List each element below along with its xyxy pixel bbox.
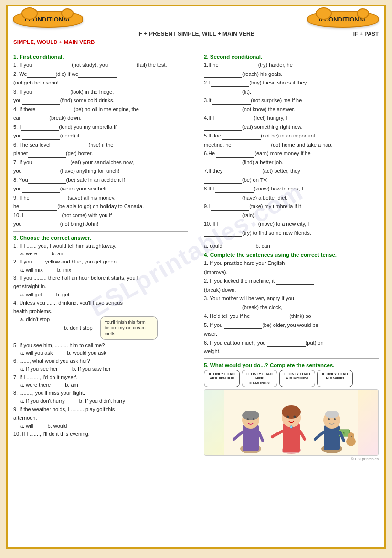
svg-rect-2 <box>243 425 259 451</box>
s1-item-9: 9. If he(save) all his money, <box>13 194 188 202</box>
svg-point-14 <box>294 416 296 418</box>
s1-item-8b: you(wear) your seatbelt. <box>13 185 188 193</box>
s2-item-1b: (reach) his goals. <box>204 70 379 78</box>
s1-item-10b: you(not bring) John! <box>13 220 188 228</box>
option-6a: a. If you see her <box>20 366 58 372</box>
subtitle-right: IF + PAST <box>287 31 379 37</box>
s1-item-1: 1. If you (not study), you(fail) the tes… <box>13 61 188 69</box>
speech-bubble: You'll finish this form before my ice cr… <box>100 316 158 340</box>
s2-item-5b: meeting, he (go) home and take a nap. <box>204 141 379 149</box>
option-7a: a. were there <box>20 382 51 388</box>
s2-item-9b: (rain). <box>204 211 379 220</box>
svg-point-21 <box>325 411 339 418</box>
svg-point-32 <box>350 436 350 437</box>
svg-point-12 <box>282 405 301 419</box>
svg-point-23 <box>334 418 336 420</box>
option-4a: a. didn't stop <box>20 316 50 340</box>
s1-item-6: 6. The sea level(rise) if the <box>13 141 188 149</box>
section5-title: 5. What would you do...? Complete the se… <box>204 362 379 368</box>
s3-options-1: a. were b. am <box>20 251 188 256</box>
s2-item-8: 8.If I (know) how to cook, I <box>204 185 379 193</box>
option-1b: b. am <box>52 251 65 256</box>
worksheet-page: ESLprintables.com I CONDITIONAL II CONDI… <box>6 5 386 549</box>
header-row: I CONDITIONAL II CONDITIONAL <box>13 11 379 28</box>
s1-item-3b: you(find) some cold drinks. <box>13 96 188 105</box>
option-1a: a. were <box>20 251 37 256</box>
s3-item-3: 3. If you ......... there half an hour b… <box>13 274 188 282</box>
s3-item-9: 9. If the weather holds, I ......... pla… <box>13 405 188 413</box>
option-2a: a. will mix <box>20 267 43 273</box>
option-8a: a. If you don't hurry <box>20 398 65 404</box>
s1-item-2: 2. We(die) if we <box>13 70 188 78</box>
s4-item-6: 6. If you eat too much, you (put) on <box>204 339 379 347</box>
s1-item-5: 5. I(lend) you my umbrella if <box>13 123 188 131</box>
s3-item-3b: get straight in. <box>13 283 188 291</box>
s4-item-2b: (break) down. <box>204 286 379 294</box>
s3-item-7: 7. If I ........., I'd do it myself. <box>13 373 188 381</box>
s1-item-6b: planet(get) hotter. <box>13 149 188 158</box>
option-8b: b. If you didn't hurry <box>79 398 125 404</box>
s1-item-10: 10. I(not come) with you if <box>13 211 188 220</box>
section3-title: 3. Choose the correct answer. <box>13 235 188 241</box>
svg-point-13 <box>287 416 289 418</box>
modal-option-a: a. could <box>204 243 222 249</box>
svg-rect-19 <box>324 425 340 450</box>
s1-item-9b: he(be able to go) on holiday to Canada. <box>13 202 188 211</box>
s2-item-8b: (have) a better diet. <box>204 194 379 202</box>
s3-item-6: 6. ......., what would you ask her? <box>13 357 188 365</box>
option-9a: a. will <box>20 423 33 429</box>
s4-item-2: 2. If you kicked the machine, it <box>204 277 379 285</box>
bubble-2: IF ONLY I HAD HER DIAMONDS! <box>242 370 277 388</box>
s3-item-9b: afternoon. <box>13 414 188 422</box>
s4-item-5b: wiser. <box>204 330 379 338</box>
s1-item-7b: you(have) anything for lunch! <box>13 167 188 175</box>
s2-item-2: 2.I (buy) these shoes if they <box>204 79 379 87</box>
svg-point-31 <box>352 433 354 436</box>
s3-item-5: 5. If you see him, ......... him to call… <box>13 341 188 349</box>
s2-item-9: 9.I (take) my umbrella if it <box>204 202 379 211</box>
s2-item-6b: (find) a better job. <box>204 158 379 167</box>
cartoon-illustration: $ <box>204 389 379 456</box>
option-3a: a. will get <box>20 292 42 297</box>
section1-title: 1. First conditional. <box>13 54 188 60</box>
cartoon-area: IF ONLY I HAD HER FIGURE! IF ONLY I HAD … <box>204 370 379 458</box>
svg-point-6 <box>253 418 254 420</box>
s4-item-4: 4. He'd tell you if he (think) so <box>204 312 379 320</box>
section4-title: 4. Complete the sentences using the corr… <box>204 252 379 258</box>
s2-item-5: 5.If Joe (not be) in an important <box>204 132 379 140</box>
option-5a: a. will you ask <box>20 350 53 356</box>
subtitle-center: IF + PRESENT SIMPLE, WILL + MAIN VERB <box>105 31 287 37</box>
subtitle-left: SIMPLE, WOULD + MAIN VERB <box>13 39 379 45</box>
s2-item-4b: (eat) something right now. <box>204 123 379 131</box>
s2-item-4: 4.If I (feel) hungry, I <box>204 114 379 122</box>
option-3b: b. get <box>56 292 70 297</box>
section2-title: 2. Second conditional. <box>204 54 379 60</box>
s3-options-6: a. If you see her b. If you saw her <box>20 366 188 372</box>
s2-item-10: 10. If I (move) to a new city, I <box>204 220 379 228</box>
svg-point-30 <box>348 433 350 436</box>
modal-option-b: b. can <box>256 243 270 249</box>
s3-item-8: 8. ........., you'll miss your flight. <box>13 389 188 397</box>
column-divider <box>196 51 196 458</box>
option-7b: b. am <box>65 382 78 388</box>
option-5b: b. would you ask <box>67 350 106 356</box>
s1-item-4b: car(break) down. <box>13 114 188 122</box>
s3-item-2: 2. If you ....... yellow and blue, you g… <box>13 258 188 266</box>
s3-options-3: a. will get b. get <box>20 292 188 297</box>
s4-item-6b: weight. <box>204 347 379 356</box>
main-content: 1. First conditional. 1. If you (not stu… <box>13 51 379 458</box>
s1-item-3: 3. If you(look) in the fridge, <box>13 88 188 96</box>
left-column: 1. First conditional. 1. If you (not stu… <box>13 51 188 458</box>
s3-item-1: 1. If I ....... you, I would tell him st… <box>13 242 188 250</box>
option-9b: b. would <box>48 423 67 429</box>
s3-options-5: a. will you ask b. would you ask <box>20 350 188 356</box>
s3-item-10: 10. If I ......., I'll do it this evenin… <box>13 430 188 438</box>
s2-item-10b: (try) to find some new friends. <box>204 229 379 237</box>
s4-item-5: 5. If you (be) older, you would be <box>204 321 379 329</box>
s3-options-2: a. will mix b. mix <box>20 267 188 273</box>
s4-item-3b: (break) the clock, <box>204 304 379 312</box>
svg-text:$: $ <box>343 432 345 435</box>
s1-item-8: 8. You(be) safe in an accident if <box>13 176 188 184</box>
s3-options-9: a. will b. would <box>20 423 188 429</box>
s2-item-1: 1.If he (try) harder, he <box>204 61 379 69</box>
